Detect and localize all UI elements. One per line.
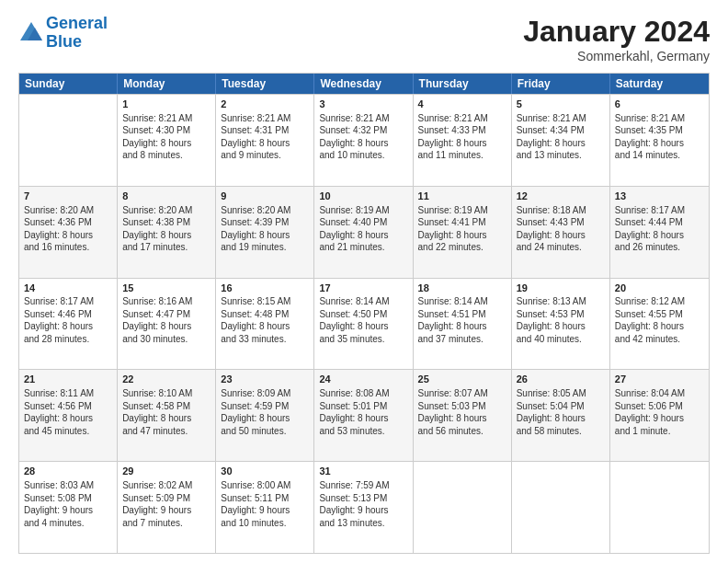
calendar-cell: 16Sunrise: 8:15 AM Sunset: 4:48 PM Dayli… [216,279,314,370]
cell-text: Sunrise: 8:19 AM Sunset: 4:40 PM Dayligh… [319,204,407,254]
calendar-body: 1Sunrise: 8:21 AM Sunset: 4:30 PM Daylig… [19,94,709,553]
day-number: 13 [615,190,704,203]
calendar-row: 1Sunrise: 8:21 AM Sunset: 4:30 PM Daylig… [19,94,709,186]
calendar-cell: 1Sunrise: 8:21 AM Sunset: 4:30 PM Daylig… [118,95,216,186]
day-number: 25 [418,373,506,386]
day-number: 30 [221,465,309,478]
cell-text: Sunrise: 8:20 AM Sunset: 4:38 PM Dayligh… [122,204,210,254]
calendar-header-cell: Monday [118,74,216,94]
cell-text: Sunrise: 7:59 AM Sunset: 5:13 PM Dayligh… [319,479,407,529]
calendar-cell: 9Sunrise: 8:20 AM Sunset: 4:39 PM Daylig… [216,187,314,278]
day-number: 12 [517,190,605,203]
cell-text: Sunrise: 8:20 AM Sunset: 4:36 PM Dayligh… [24,204,112,254]
calendar-cell: 31Sunrise: 7:59 AM Sunset: 5:13 PM Dayli… [314,462,413,553]
location-subtitle: Sommerkahl, Germany [523,49,710,63]
calendar-cell [19,95,118,186]
logo-icon [18,20,44,46]
calendar-cell: 25Sunrise: 8:07 AM Sunset: 5:03 PM Dayli… [414,370,512,461]
cell-text: Sunrise: 8:03 AM Sunset: 5:08 PM Dayligh… [24,479,112,529]
day-number: 24 [319,373,407,386]
cell-text: Sunrise: 8:14 AM Sunset: 4:50 PM Dayligh… [319,295,407,345]
day-number: 8 [122,190,210,203]
calendar-cell: 4Sunrise: 8:21 AM Sunset: 4:33 PM Daylig… [414,95,512,186]
day-number: 5 [517,98,605,111]
calendar-cell: 2Sunrise: 8:21 AM Sunset: 4:31 PM Daylig… [216,95,314,186]
cell-text: Sunrise: 8:21 AM Sunset: 4:34 PM Dayligh… [517,112,605,162]
cell-text: Sunrise: 8:12 AM Sunset: 4:55 PM Dayligh… [615,295,704,345]
cell-text: Sunrise: 8:19 AM Sunset: 4:41 PM Dayligh… [418,204,506,254]
calendar-header-cell: Wednesday [314,74,413,94]
cell-text: Sunrise: 8:17 AM Sunset: 4:44 PM Dayligh… [615,204,704,254]
calendar-header-row: SundayMondayTuesdayWednesdayThursdayFrid… [19,74,709,94]
day-number: 19 [517,282,605,295]
cell-text: Sunrise: 8:09 AM Sunset: 4:59 PM Dayligh… [221,387,309,437]
cell-text: Sunrise: 8:21 AM Sunset: 4:33 PM Dayligh… [418,112,506,162]
cell-text: Sunrise: 8:15 AM Sunset: 4:48 PM Dayligh… [221,295,309,345]
cell-text: Sunrise: 8:13 AM Sunset: 4:53 PM Dayligh… [517,295,605,345]
calendar-cell [414,462,512,553]
day-number: 6 [615,98,704,111]
day-number: 16 [221,282,309,295]
day-number: 17 [319,282,407,295]
calendar-cell: 6Sunrise: 8:21 AM Sunset: 4:35 PM Daylig… [610,95,709,186]
cell-text: Sunrise: 8:08 AM Sunset: 5:01 PM Dayligh… [319,387,407,437]
cell-text: Sunrise: 8:00 AM Sunset: 5:11 PM Dayligh… [221,479,309,529]
calendar-cell [610,462,709,553]
page: General Blue January 2024 Sommerkahl, Ge… [0,0,728,563]
calendar-row: 28Sunrise: 8:03 AM Sunset: 5:08 PM Dayli… [19,461,709,553]
day-number: 26 [517,373,605,386]
calendar-cell: 7Sunrise: 8:20 AM Sunset: 4:36 PM Daylig… [19,187,118,278]
day-number: 4 [418,98,506,111]
day-number: 21 [24,373,112,386]
month-title: January 2024 [523,15,710,49]
calendar-cell: 17Sunrise: 8:14 AM Sunset: 4:50 PM Dayli… [314,279,413,370]
calendar-cell: 12Sunrise: 8:18 AM Sunset: 4:43 PM Dayli… [512,187,610,278]
calendar-cell: 5Sunrise: 8:21 AM Sunset: 4:34 PM Daylig… [512,95,610,186]
cell-text: Sunrise: 8:20 AM Sunset: 4:39 PM Dayligh… [221,204,309,254]
calendar-cell: 27Sunrise: 8:04 AM Sunset: 5:06 PM Dayli… [610,370,709,461]
day-number: 10 [319,190,407,203]
day-number: 2 [221,98,309,111]
cell-text: Sunrise: 8:05 AM Sunset: 5:04 PM Dayligh… [517,387,605,437]
cell-text: Sunrise: 8:21 AM Sunset: 4:31 PM Dayligh… [221,112,309,162]
day-number: 7 [24,190,112,203]
day-number: 14 [24,282,112,295]
calendar-cell: 22Sunrise: 8:10 AM Sunset: 4:58 PM Dayli… [118,370,216,461]
cell-text: Sunrise: 8:16 AM Sunset: 4:47 PM Dayligh… [122,295,210,345]
day-number: 29 [122,465,210,478]
cell-text: Sunrise: 8:21 AM Sunset: 4:30 PM Dayligh… [122,112,210,162]
day-number: 31 [319,465,407,478]
header: General Blue January 2024 Sommerkahl, Ge… [18,15,710,63]
title-block: January 2024 Sommerkahl, Germany [523,15,710,63]
calendar-cell: 20Sunrise: 8:12 AM Sunset: 4:55 PM Dayli… [610,279,709,370]
calendar-cell: 10Sunrise: 8:19 AM Sunset: 4:40 PM Dayli… [314,187,413,278]
day-number: 23 [221,373,309,386]
cell-text: Sunrise: 8:11 AM Sunset: 4:56 PM Dayligh… [24,387,112,437]
calendar-header-cell: Tuesday [216,74,314,94]
calendar-cell: 14Sunrise: 8:17 AM Sunset: 4:46 PM Dayli… [19,279,118,370]
day-number: 3 [319,98,407,111]
day-number: 18 [418,282,506,295]
day-number: 22 [122,373,210,386]
calendar-header-cell: Saturday [610,74,709,94]
calendar-cell: 28Sunrise: 8:03 AM Sunset: 5:08 PM Dayli… [19,462,118,553]
calendar-header-cell: Sunday [19,74,118,94]
cell-text: Sunrise: 8:14 AM Sunset: 4:51 PM Dayligh… [418,295,506,345]
logo-text: General Blue [46,15,108,52]
calendar-header-cell: Thursday [414,74,512,94]
cell-text: Sunrise: 8:02 AM Sunset: 5:09 PM Dayligh… [122,479,210,529]
day-number: 15 [122,282,210,295]
day-number: 28 [24,465,112,478]
calendar-cell: 19Sunrise: 8:13 AM Sunset: 4:53 PM Dayli… [512,279,610,370]
calendar-header-cell: Friday [512,74,610,94]
calendar-cell: 30Sunrise: 8:00 AM Sunset: 5:11 PM Dayli… [216,462,314,553]
day-number: 20 [615,282,704,295]
cell-text: Sunrise: 8:21 AM Sunset: 4:35 PM Dayligh… [615,112,704,162]
calendar-row: 7Sunrise: 8:20 AM Sunset: 4:36 PM Daylig… [19,186,709,278]
calendar-cell: 26Sunrise: 8:05 AM Sunset: 5:04 PM Dayli… [512,370,610,461]
day-number: 27 [615,373,704,386]
cell-text: Sunrise: 8:17 AM Sunset: 4:46 PM Dayligh… [24,295,112,345]
day-number: 1 [122,98,210,111]
cell-text: Sunrise: 8:18 AM Sunset: 4:43 PM Dayligh… [517,204,605,254]
calendar: SundayMondayTuesdayWednesdayThursdayFrid… [18,73,710,554]
